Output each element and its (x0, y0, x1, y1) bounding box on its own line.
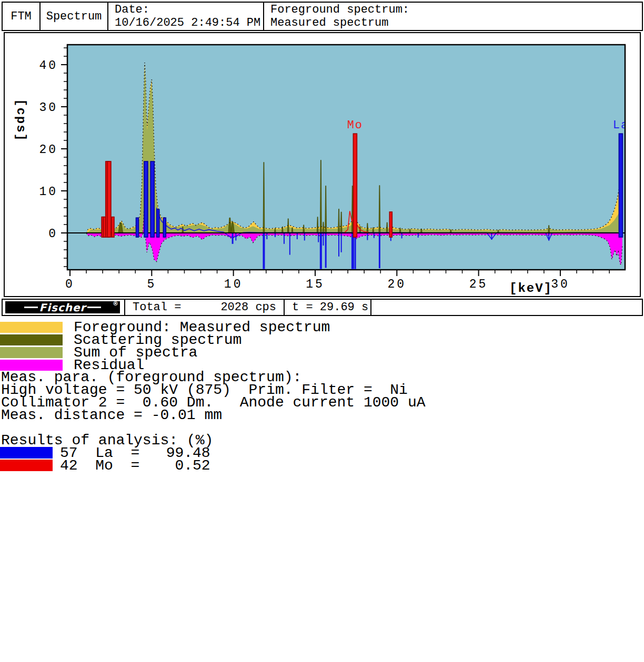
svg-text:0: 0 (48, 227, 58, 241)
svg-text:10: 10 (224, 278, 243, 291)
result-swatch-mo (0, 460, 53, 471)
svg-text:Mo: Mo (347, 119, 363, 132)
svg-text:15: 15 (306, 278, 325, 291)
legend-swatch-scattering (0, 334, 63, 345)
legend: Foreground: Measured spectrum Scattering… (0, 321, 330, 371)
svg-text:[cps]: [cps] (14, 99, 28, 142)
ftm-spectrum-report: FTM Spectrum Date: 10/16/2025 2:49:54 PM… (0, 0, 644, 662)
logo-text: Fischer (39, 301, 86, 314)
mode-label: Spectrum (39, 3, 107, 30)
total-value: 2028 cps (220, 301, 276, 314)
svg-text:30: 30 (39, 101, 58, 115)
logo-cell: Fischer ® (3, 300, 124, 315)
fischer-logo: Fischer ® (5, 301, 120, 313)
date-label: Date: (115, 3, 263, 16)
spectrum-chart-panel: MoLa010203040051015202530[keV][cps] (4, 32, 641, 297)
footer-empty-cell (370, 300, 642, 315)
foreground-label: Foreground spectrum: (270, 3, 642, 16)
result-row-mo: 42 Mo = 0.52 (0, 459, 210, 472)
svg-text:[keV]: [keV] (509, 281, 552, 296)
registered-mark: ® (113, 300, 119, 307)
foreground-spectrum-cell: Foreground spectrum: Measured spectrum (263, 3, 642, 30)
result-swatch-la (0, 447, 53, 459)
svg-text:20: 20 (39, 143, 58, 157)
svg-text:20: 20 (387, 278, 406, 291)
svg-text:30: 30 (551, 278, 570, 291)
header-table: FTM Spectrum Date: 10/16/2025 2:49:54 PM… (2, 2, 643, 31)
legend-row-sum: Sum of spectra (0, 346, 330, 359)
svg-text:40: 40 (39, 59, 58, 73)
footer-bar: Fischer ® Total = 2028 cps t = 29.69 s (2, 299, 643, 316)
time-cell: t = 29.69 s (284, 300, 370, 315)
logo-dash-right (87, 307, 101, 308)
result-text-mo: 42 Mo = 0.52 (60, 457, 210, 474)
app-name: FTM (3, 3, 39, 30)
svg-text:5: 5 (147, 278, 156, 291)
spectrum-plot: MoLa010203040051015202530[keV][cps] (4, 32, 641, 297)
date-cell: Date: 10/16/2025 2:49:54 PM (107, 3, 263, 30)
total-cell: Total = 2028 cps (124, 300, 284, 315)
total-label: Total = (133, 301, 181, 314)
svg-text:0: 0 (65, 278, 75, 291)
date-value: 10/16/2025 2:49:54 PM (115, 16, 263, 29)
legend-swatch-measured (0, 322, 63, 333)
meas-params-line3: Meas. distance = -0.01 mm (1, 409, 222, 422)
foreground-value: Measured spectrum (270, 16, 642, 29)
logo-dash-left (24, 307, 38, 308)
svg-text:25: 25 (469, 278, 488, 291)
svg-text:10: 10 (39, 185, 58, 199)
legend-swatch-sum (0, 347, 63, 358)
